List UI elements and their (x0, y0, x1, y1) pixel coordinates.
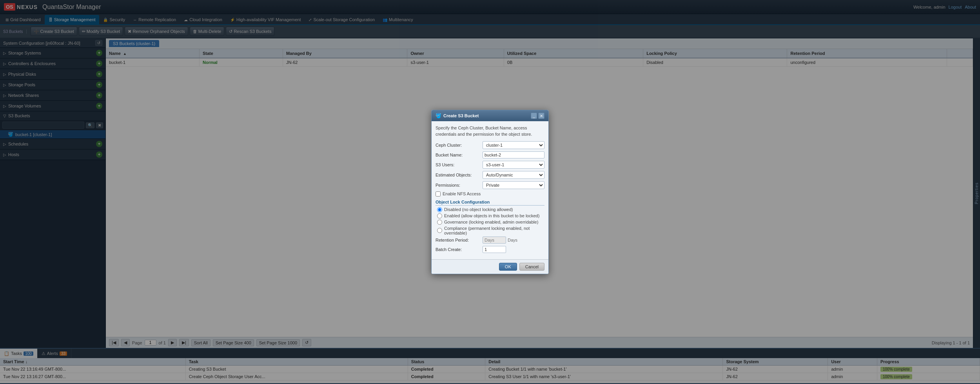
estimated-objects-select[interactable]: Auto/Dynamic (483, 171, 544, 179)
batch-create-input[interactable] (483, 246, 506, 253)
permissions-control: Private (483, 181, 544, 189)
s3-users-row: S3 Users: s3-user-1 (436, 161, 544, 169)
lock-disabled-row: Disabled (no object locking allowed) (436, 207, 544, 212)
retention-period-input[interactable] (483, 237, 506, 244)
modal-footer: OK Cancel (432, 259, 548, 274)
modal-description: Specify the Ceph Cluster, Bucket Name, a… (436, 125, 544, 137)
ceph-cluster-row: Ceph Cluster: cluster-1 (436, 141, 544, 149)
lock-governance-label: Governance (locking enabled, admin overr… (444, 220, 538, 224)
enable-nfs-row: Enable NFS Access (436, 191, 544, 197)
create-s3-bucket-modal: 🪣 Create S3 Bucket _ ✕ Specify the Ceph … (431, 110, 549, 274)
modal-controls: _ ✕ (531, 113, 544, 119)
permissions-select[interactable]: Private (483, 181, 544, 189)
s3-users-control: s3-user-1 (483, 161, 544, 169)
s3-users-label: S3 Users: (436, 162, 483, 167)
permissions-label: Permissions: (436, 183, 483, 187)
estimated-objects-row: Estimated Objects: Auto/Dynamic (436, 171, 544, 179)
modal-cancel-button[interactable]: Cancel (519, 263, 544, 271)
lock-enabled-row: Enabled (allow objects in this bucket to… (436, 213, 544, 218)
days-label: Days (508, 238, 517, 242)
lock-disabled-label: Disabled (no object locking allowed) (444, 207, 513, 212)
s3-users-select[interactable]: s3-user-1 (483, 161, 544, 169)
object-lock-section-title: Object Lock Configuration (436, 200, 544, 206)
batch-create-row: Batch Create: (436, 246, 544, 253)
ceph-cluster-control: cluster-1 (483, 141, 544, 149)
bucket-name-input[interactable] (483, 151, 544, 158)
lock-enabled-radio[interactable] (437, 213, 442, 218)
lock-compliance-label: Compliance (permanent locking enabled, n… (444, 226, 544, 235)
batch-create-label: Batch Create: (436, 247, 483, 252)
modal-overlay: 🪣 Create S3 Bucket _ ✕ Specify the Ceph … (0, 0, 980, 384)
enable-nfs-label: Enable NFS Access (443, 191, 481, 196)
modal-body: Specify the Ceph Cluster, Bucket Name, a… (432, 121, 548, 259)
modal-minimize-button[interactable]: _ (531, 113, 537, 119)
bucket-name-row: Bucket Name: (436, 151, 544, 158)
retention-period-row: Retention Period: Days (436, 237, 544, 244)
bucket-modal-icon: 🪣 (436, 113, 441, 118)
enable-nfs-checkbox[interactable] (436, 191, 441, 197)
ceph-cluster-label: Ceph Cluster: (436, 143, 483, 147)
lock-governance-row: Governance (locking enabled, admin overr… (436, 220, 544, 225)
batch-create-control (483, 246, 544, 253)
modal-title: 🪣 Create S3 Bucket (436, 113, 479, 118)
modal-ok-button[interactable]: OK (499, 263, 517, 271)
estimated-objects-label: Estimated Objects: (436, 173, 483, 177)
ceph-cluster-select[interactable]: cluster-1 (483, 141, 544, 149)
estimated-objects-control: Auto/Dynamic (483, 171, 544, 179)
modal-close-button[interactable]: ✕ (538, 113, 544, 119)
modal-header: 🪣 Create S3 Bucket _ ✕ (432, 110, 548, 121)
lock-governance-radio[interactable] (437, 220, 442, 225)
retention-period-label: Retention Period: (436, 238, 483, 242)
bucket-name-control (483, 151, 544, 158)
lock-disabled-radio[interactable] (437, 207, 442, 212)
permissions-row: Permissions: Private (436, 181, 544, 189)
lock-enabled-label: Enabled (allow objects in this bucket to… (444, 213, 539, 218)
retention-period-control: Days (483, 237, 544, 244)
lock-compliance-row: Compliance (permanent locking enabled, n… (436, 226, 544, 235)
lock-compliance-radio[interactable] (437, 228, 442, 233)
bucket-name-label: Bucket Name: (436, 153, 483, 157)
